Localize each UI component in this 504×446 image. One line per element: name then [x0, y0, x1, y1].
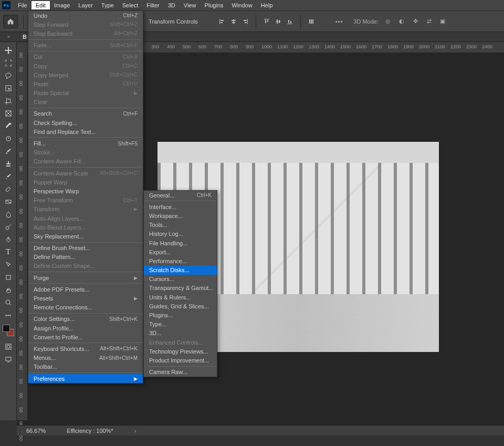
- dodge-tool[interactable]: [1, 221, 16, 233]
- menu-filter[interactable]: Filter: [142, 1, 163, 9]
- lasso-tool[interactable]: [1, 69, 16, 82]
- brush-tool[interactable]: [1, 145, 16, 158]
- prefs-item-history-log[interactable]: History Log...: [144, 230, 217, 238]
- prefs-item-tools[interactable]: Tools...: [144, 221, 217, 230]
- type-tool[interactable]: T: [1, 246, 16, 258]
- screenmode-icon[interactable]: [1, 353, 16, 366]
- edit-item-color-settings[interactable]: Color Settings...Shift+Ctrl+K: [28, 315, 143, 324]
- edit-item-define-pattern[interactable]: Define Pattern...: [28, 253, 143, 262]
- menu-file[interactable]: File: [14, 1, 32, 9]
- prefs-item-3d[interactable]: 3D...: [144, 329, 217, 338]
- prefs-item-transparency-gamut[interactable]: Transparency & Gamut...: [144, 284, 217, 293]
- hand-tool[interactable]: [1, 284, 16, 296]
- prefs-item-general[interactable]: General...Ctrl+K: [144, 191, 217, 200]
- edit-item-assign-profile[interactable]: Assign Profile...: [28, 324, 143, 333]
- prefs-item-product-improvement[interactable]: Product Improvement...: [144, 356, 217, 365]
- menu-item-shortcut: Alt+Shift+Ctrl+C: [100, 170, 138, 176]
- orbit-3d-icon[interactable]: ◎: [384, 17, 392, 26]
- edit-item-find-and-replace-text[interactable]: Find and Replace Text...: [28, 127, 143, 136]
- edit-item-presets[interactable]: Presets▶: [28, 294, 143, 303]
- prefs-item-camera-raw[interactable]: Camera Raw...: [144, 368, 217, 377]
- status-more-icon[interactable]: ›: [134, 428, 136, 434]
- eyedropper-tool[interactable]: [1, 120, 16, 132]
- edit-item-define-brush-preset[interactable]: Define Brush Preset...: [28, 244, 143, 253]
- edit-item-undo[interactable]: UndoCtrl+Z: [28, 11, 143, 20]
- edit-item-remote-connections[interactable]: Remote Connections...: [28, 303, 143, 312]
- blur-tool[interactable]: [1, 208, 16, 221]
- edit-item-preferences[interactable]: Preferences▶: [28, 374, 143, 383]
- history-brush-tool[interactable]: [1, 170, 16, 183]
- menu-3d[interactable]: 3D: [164, 1, 180, 9]
- prefs-item-interface[interactable]: Interface...: [144, 202, 217, 211]
- prefs-item-technology-previews[interactable]: Technology Previews...: [144, 347, 217, 356]
- quick-mask-icon[interactable]: [1, 340, 16, 353]
- edit-item-sky-replacement[interactable]: Sky Replacement...: [28, 232, 143, 241]
- move-tool[interactable]: [1, 44, 16, 57]
- prefs-item-file-handling[interactable]: File Handling...: [144, 238, 217, 247]
- prefs-item-export[interactable]: Export...: [144, 247, 217, 256]
- slide-3d-icon[interactable]: ⇄: [425, 17, 433, 26]
- align-right-icon[interactable]: [240, 16, 250, 27]
- more-options-icon[interactable]: •••: [335, 18, 343, 25]
- expand-panels-icon[interactable]: »: [7, 34, 10, 39]
- edit-item-search[interactable]: SearchCtrl+F: [28, 109, 143, 118]
- heal-tool[interactable]: [1, 132, 16, 145]
- frame-tool[interactable]: [1, 107, 16, 120]
- path-select-tool[interactable]: [1, 258, 16, 271]
- menu-edit[interactable]: Edit: [32, 1, 50, 9]
- edit-item-menus[interactable]: Menus...Alt+Shift+Ctrl+M: [28, 354, 143, 362]
- menu-separator: [144, 366, 217, 367]
- menu-help[interactable]: Help: [257, 1, 277, 9]
- menu-image[interactable]: Image: [50, 1, 75, 9]
- align-hcenter-icon[interactable]: [228, 16, 239, 27]
- ruler-vertical[interactable]: 0050005000500050005000500050005000500050…: [17, 53, 27, 420]
- zoom-3d-icon[interactable]: ▣: [438, 17, 447, 26]
- edit-item-check-spelling[interactable]: Check Spelling...: [28, 118, 143, 127]
- edit-item-purge[interactable]: Purge▶: [28, 273, 143, 282]
- align-vcenter-icon[interactable]: [273, 16, 284, 27]
- stamp-tool[interactable]: [1, 158, 16, 170]
- edit-item-adobe-pdf-presets[interactable]: Adobe PDF Presets...: [28, 285, 143, 294]
- prefs-item-units-rulers[interactable]: Units & Rulers...: [144, 293, 217, 302]
- zoom-level[interactable]: 66.67%: [26, 428, 46, 434]
- marquee-tool[interactable]: [1, 57, 16, 69]
- pan-3d-icon[interactable]: ✥: [411, 17, 419, 26]
- prefs-item-cursors[interactable]: Cursors...: [144, 275, 217, 284]
- menu-layer[interactable]: Layer: [74, 1, 97, 9]
- foreground-color-swatch[interactable]: [3, 325, 10, 332]
- prefs-item-guides-grid-slices[interactable]: Guides, Grid & Slices...: [144, 302, 217, 310]
- menu-type[interactable]: Type: [97, 1, 118, 9]
- prefs-item-workspace[interactable]: Workspace...: [144, 211, 217, 220]
- document-tab[interactable]: B: [23, 34, 27, 40]
- shape-tool[interactable]: [1, 271, 16, 284]
- prefs-item-performance[interactable]: Performance...: [144, 256, 217, 265]
- prefs-item-type[interactable]: Type...: [144, 320, 217, 329]
- align-left-icon[interactable]: [217, 16, 227, 27]
- eraser-tool[interactable]: [1, 183, 16, 195]
- edit-item-perspective-warp[interactable]: Perspective Warp: [28, 186, 143, 195]
- edit-item-fill[interactable]: Fill...Shift+F5: [28, 139, 143, 148]
- gradient-tool[interactable]: [1, 195, 16, 208]
- crop-tool[interactable]: [1, 95, 16, 107]
- edit-item-keyboard-shortcuts[interactable]: Keyboard Shortcuts...Alt+Shift+Ctrl+K: [28, 344, 143, 353]
- home-button[interactable]: [3, 15, 18, 28]
- more-tools-icon[interactable]: •••: [1, 309, 16, 321]
- menu-item-shortcut: Shift+Ctrl+Z: [110, 22, 138, 27]
- edit-item-convert-to-profile[interactable]: Convert to Profile...: [28, 333, 143, 341]
- edit-item-content-aware-fill: Content-Aware Fill...: [28, 157, 143, 166]
- object-select-tool[interactable]: [1, 82, 16, 95]
- roll-3d-icon[interactable]: ◐: [397, 17, 406, 26]
- color-swatches[interactable]: [3, 325, 14, 336]
- prefs-item-scratch-disks[interactable]: Scratch Disks...: [144, 266, 217, 275]
- zoom-tool[interactable]: [1, 296, 16, 309]
- menu-view[interactable]: View: [180, 1, 201, 9]
- align-bottom-icon[interactable]: [285, 16, 295, 27]
- menu-window[interactable]: Window: [228, 1, 257, 9]
- align-top-icon[interactable]: [261, 16, 272, 27]
- pen-tool[interactable]: [1, 233, 16, 246]
- edit-item-toolbar[interactable]: Toolbar...: [28, 362, 143, 371]
- prefs-item-plugins[interactable]: Plugins...: [144, 310, 217, 319]
- menu-select[interactable]: Select: [118, 1, 143, 9]
- menu-plugins[interactable]: Plugins: [200, 1, 227, 9]
- distribute-icon[interactable]: [306, 16, 317, 27]
